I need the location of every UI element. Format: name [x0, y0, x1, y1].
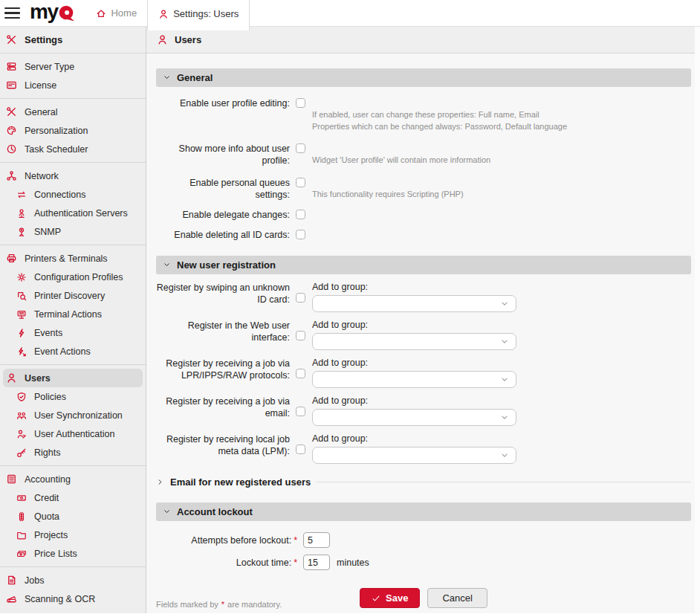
cancel-button[interactable]: Cancel	[427, 588, 487, 608]
checkbox[interactable]	[296, 445, 305, 454]
sidebar-item-label: General	[25, 107, 57, 117]
sidebar-item-label: Connections	[34, 190, 86, 200]
sidebar-item-label: Rights	[34, 447, 60, 458]
chevron-down-icon	[500, 300, 509, 308]
registration-rows: Register by swiping an unknown ID card:A…	[156, 282, 691, 464]
sidebar-item-terminal-actions[interactable]: Terminal Actions	[3, 305, 143, 323]
checkbox[interactable]	[296, 331, 305, 340]
sidebar-divider	[0, 245, 146, 245]
sidebar-item-license[interactable]: License	[3, 76, 143, 94]
field-label: Register by receiving a job via LPR/IPPS…	[156, 358, 290, 388]
scrollbar[interactable]	[695, 27, 700, 614]
checkbox[interactable]	[296, 143, 305, 153]
sidebar-item-server-type[interactable]: Server Type	[3, 57, 143, 76]
calculator-icon	[6, 474, 17, 485]
sidebar-item-label: Jobs	[25, 575, 44, 586]
add-to-group: Add to group:	[312, 433, 691, 464]
section-header-general[interactable]: General	[156, 68, 691, 87]
sidebar-item-label: Task Scheduler	[25, 144, 88, 155]
add-to-group-select[interactable]	[312, 447, 516, 464]
lightning-action-icon	[16, 346, 27, 357]
required-asterisk: *	[294, 558, 297, 568]
field-label: Enable deleting all ID cards:	[156, 229, 290, 241]
terminal-icon	[16, 309, 27, 320]
checkbox[interactable]	[296, 369, 305, 378]
section-title: New user registration	[177, 259, 276, 271]
sidebar-item-general[interactable]: General	[3, 103, 143, 121]
add-to-group-label: Add to group:	[312, 433, 691, 445]
tab-settings-users[interactable]: Settings: Users	[147, 0, 250, 30]
checkbox[interactable]	[296, 407, 305, 416]
sidebar-item-label: Policies	[34, 392, 66, 402]
sidebar-item-quota[interactable]: Quota	[3, 507, 143, 526]
checkbox[interactable]	[296, 293, 305, 303]
menu-icon[interactable]	[0, 0, 25, 26]
field-label: Enable delegate changes:	[156, 209, 290, 221]
sidebar-divider	[0, 566, 146, 567]
sidebar-item-user-authentication[interactable]: User Authentication	[3, 424, 143, 443]
sidebar-item-printer-discovery[interactable]: Printer Discovery	[3, 286, 143, 305]
sidebar-item-accounting[interactable]: Accounting	[3, 470, 143, 488]
checkbox[interactable]	[296, 210, 305, 219]
lockout-time-row: Lockout time:* minutes	[156, 555, 691, 570]
sidebar-item-projects[interactable]: Projects	[3, 526, 143, 544]
section-header-new-user-registration[interactable]: New user registration	[156, 256, 691, 274]
sidebar-item-label: Scanning & OCR	[25, 594, 95, 604]
sidebar-item-jobs[interactable]: Jobs	[3, 571, 143, 589]
sidebar-item-price-lists[interactable]: Price Lists	[3, 544, 143, 563]
registration-row-register-by-receiving-a-job-via-email: Register by receiving a job via email:Ad…	[156, 395, 691, 426]
add-to-group: Add to group:	[312, 358, 691, 388]
lockout-time-input[interactable]	[303, 555, 330, 570]
sidebar-item-label: Projects	[34, 530, 68, 540]
sidebar-item-users[interactable]: Users	[3, 369, 143, 387]
add-to-group-label: Add to group:	[312, 320, 691, 331]
checkbox[interactable]	[296, 98, 305, 108]
sidebar-item-task-scheduler[interactable]: Task Scheduler	[3, 140, 143, 158]
sidebar-item-connections[interactable]: Connections	[3, 185, 143, 204]
checkbox[interactable]	[296, 178, 305, 187]
network-icon	[6, 170, 17, 181]
sidebar-item-rights[interactable]: Rights	[3, 443, 143, 462]
sidebar-item-configuration-profiles[interactable]: Configuration Profiles	[3, 268, 143, 286]
logo-q-bubble-icon	[58, 4, 75, 22]
myq-logo[interactable]: my	[30, 0, 75, 26]
add-to-group-select[interactable]	[312, 409, 516, 426]
section-title: Email for new registered users	[170, 476, 311, 488]
sidebar-item-event-actions[interactable]: Event Actions	[3, 342, 143, 361]
attempts-before-lockout-input[interactable]	[303, 532, 330, 548]
field-label: Register by receiving local job meta dat…	[156, 433, 290, 464]
chevron-down-icon	[163, 74, 171, 82]
section-header-account-lockout[interactable]: Account lockout	[156, 502, 691, 521]
sidebar-item-scanning-ocr[interactable]: Scanning & OCR	[3, 589, 143, 608]
sidebar-item-snmp[interactable]: SNMP	[3, 222, 143, 241]
sidebar-divider	[0, 364, 146, 365]
sidebar-item-events[interactable]: Events	[3, 323, 143, 342]
sidebar-item-authentication-servers[interactable]: Authentication Servers	[3, 204, 143, 222]
sidebar-item-label: Printer Discovery	[34, 291, 105, 301]
sidebar-item-label: Credit	[34, 493, 59, 503]
sidebar-item-network[interactable]: Network	[3, 167, 143, 185]
sidebar-divider	[0, 98, 146, 99]
registration-row-register-by-receiving-a-job-via-lpr-ipps-raw-protocols: Register by receiving a job via LPR/IPPS…	[156, 358, 691, 388]
section-header-email-for-new-registered-users[interactable]: Email for new registered users	[156, 476, 691, 488]
sidebar-item-credit[interactable]: Credit	[3, 488, 143, 507]
sidebar-item-policies[interactable]: Policies	[3, 387, 143, 406]
add-to-group-select[interactable]	[312, 333, 516, 350]
user-edit-icon	[16, 429, 27, 439]
field-hint: Properties which can be changed always: …	[312, 120, 691, 132]
sidebar-item-printers-terminals[interactable]: Printers & Terminals	[3, 249, 143, 268]
chevron-down-icon	[500, 413, 509, 422]
add-to-group-select[interactable]	[312, 371, 516, 388]
sidebar-item-user-synchronization[interactable]: User Synchronization	[3, 406, 143, 424]
sidebar-item-personalization[interactable]: Personalization	[3, 121, 143, 140]
sidebar-item-label: User Synchronization	[34, 410, 123, 421]
checkbox[interactable]	[296, 230, 305, 239]
required-asterisk: *	[221, 600, 224, 609]
section-title: General	[177, 72, 213, 83]
tab-label: Settings: Users	[173, 8, 239, 19]
page-title: Users	[175, 34, 201, 45]
add-to-group-select[interactable]	[312, 295, 516, 312]
tab-home[interactable]: Home	[85, 0, 147, 26]
save-button[interactable]: Save	[360, 588, 420, 608]
section-rule	[317, 482, 691, 482]
